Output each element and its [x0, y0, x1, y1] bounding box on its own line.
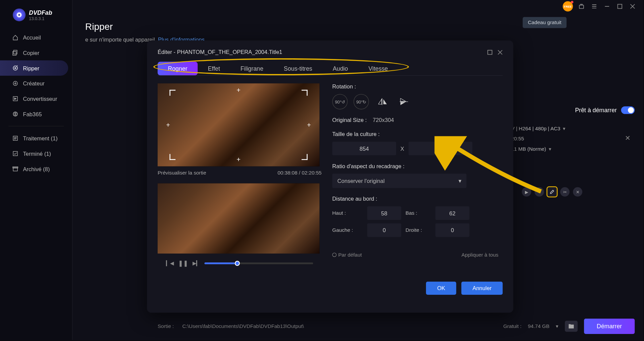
- edit-action-icon[interactable]: [547, 187, 557, 197]
- sidebar-item-convertisseur[interactable]: Convertisseur: [0, 91, 72, 107]
- rotation-label: Rotation :: [332, 83, 498, 90]
- ready-row: Prêt à démarrer: [575, 107, 635, 114]
- cancel-button[interactable]: Annuler: [462, 282, 503, 295]
- plugin-icon[interactable]: [577, 2, 586, 10]
- svg-rect-13: [579, 5, 584, 8]
- ok-button[interactable]: OK: [426, 282, 456, 295]
- start-button[interactable]: Démarrer: [584, 319, 635, 334]
- bottom-bar: Sortie : C:\Users\fab\Documents\DVDFab\D…: [158, 319, 635, 334]
- free-space-label: Gratuit :: [503, 323, 521, 329]
- codec-info: V | H264 | 480p | AC3 ▾: [511, 126, 635, 132]
- titlebar: FREE: [72, 0, 643, 13]
- prev-frame-icon[interactable]: ▎◀: [166, 260, 174, 266]
- rotate-right-icon[interactable]: 90°↻: [354, 94, 369, 110]
- nav-label: Terminé (1): [23, 150, 51, 157]
- browse-folder-icon[interactable]: [565, 321, 578, 332]
- tab-audio[interactable]: Audio: [323, 62, 358, 75]
- app-name: DVDFab: [29, 9, 52, 16]
- cut-action-icon[interactable]: ✂: [560, 187, 570, 197]
- creator-icon: [12, 80, 19, 87]
- chevron-down-icon[interactable]: ▾: [563, 126, 566, 132]
- modal-maximize-icon[interactable]: [487, 50, 492, 55]
- aspect-ratio-value: Conserver l'original: [337, 178, 385, 184]
- preview-label: Prévisualiser la sortie: [158, 170, 206, 176]
- chevron-down-icon[interactable]: ▾: [549, 146, 551, 152]
- modal-close-icon[interactable]: [497, 50, 502, 55]
- rotate-left-icon[interactable]: 90°↺: [332, 94, 348, 110]
- ready-toggle[interactable]: [621, 107, 635, 114]
- nav-label: Copier: [23, 50, 40, 56]
- chevron-down-icon[interactable]: ▾: [556, 323, 558, 329]
- close-window-icon[interactable]: [628, 2, 637, 10]
- sidebar-item-cr-ateur[interactable]: Créateur: [0, 76, 72, 91]
- app-logo: DVDFab 13.0.3.1: [0, 8, 72, 30]
- aspect-ratio-label: Ratio d'aspect du recadrage :: [332, 163, 498, 169]
- edit-modal: Éditer - PHANTOM_OF_THE_OPERA_2004.Title…: [147, 41, 513, 313]
- archive-icon: [12, 165, 19, 172]
- gift-tooltip: Cadeau gratuit: [523, 17, 567, 28]
- crop-overlay[interactable]: + + + +: [169, 90, 307, 160]
- remove-item-icon[interactable]: ✕: [625, 134, 631, 142]
- aspect-ratio-select[interactable]: Conserver l'original ▾: [332, 174, 467, 188]
- app-version: 13.0.3.1: [29, 16, 52, 21]
- converter-icon: [12, 95, 19, 102]
- tab-rogner[interactable]: Rogner: [158, 62, 198, 75]
- edge-top-input[interactable]: [367, 206, 401, 220]
- copy-icon: [12, 49, 19, 56]
- menu-icon[interactable]: [590, 2, 598, 10]
- next-frame-icon[interactable]: ▶▎: [193, 260, 200, 266]
- nav-label: Traitement (1): [23, 135, 58, 141]
- preview-timestamp: 00:38:08 / 02:20:55: [277, 170, 321, 176]
- nav-label: Archivé (8): [23, 166, 50, 172]
- edge-distance-label: Distance au bord :: [332, 196, 498, 202]
- sidebar-item-ripper[interactable]: Ripper: [0, 60, 68, 76]
- trim-action-icon[interactable]: [535, 187, 544, 197]
- tab-sous-titres[interactable]: Sous-titres: [274, 62, 323, 75]
- modal-tabs: RognerEffetFiligraneSous-titresAudioVite…: [158, 62, 503, 76]
- original-size-value: 720x304: [373, 117, 394, 123]
- free-badge-icon[interactable]: FREE: [563, 1, 573, 11]
- tab-vitesse[interactable]: Vitesse: [358, 62, 398, 75]
- output-path: C:\Users\fab\Documents\DVDFab\DVDFab13\O…: [182, 323, 304, 329]
- nav-label: Fab365: [23, 111, 42, 117]
- free-space-value: 94.74 GB: [528, 323, 549, 329]
- edge-left-input[interactable]: [367, 223, 401, 237]
- sidebar-item-copier[interactable]: Copier: [0, 45, 72, 61]
- minimize-icon[interactable]: [603, 2, 611, 10]
- done-icon: [12, 150, 19, 157]
- duration-info: 20:55: [511, 136, 635, 142]
- nav-label: Ripper: [23, 65, 40, 71]
- apply-all-link[interactable]: Appliquer à tous: [462, 252, 498, 258]
- pause-icon[interactable]: ❚❚: [178, 260, 188, 267]
- crop-width-input[interactable]: [332, 142, 396, 155]
- default-radio[interactable]: Par défaut: [332, 252, 362, 258]
- flip-vertical-icon[interactable]: [396, 94, 412, 110]
- fab365-icon: [12, 111, 19, 117]
- preview-with-crop[interactable]: + + + +: [158, 83, 320, 166]
- tab-effet[interactable]: Effet: [198, 62, 230, 75]
- nav-separator: [8, 126, 64, 126]
- delete-action-icon[interactable]: ✕: [573, 187, 582, 197]
- flip-horizontal-icon[interactable]: [375, 94, 390, 110]
- sidebar-item-traitement-1-[interactable]: Traitement (1): [0, 131, 72, 146]
- chevron-down-icon: ▾: [459, 178, 462, 184]
- play-action-icon[interactable]: ▶: [522, 187, 531, 197]
- crop-height-input[interactable]: [409, 142, 473, 155]
- edge-right-input[interactable]: [435, 223, 470, 237]
- sidebar-item-termin-1-[interactable]: Terminé (1): [0, 146, 72, 161]
- tab-filigrane[interactable]: Filigrane: [230, 62, 273, 75]
- edge-bottom-input[interactable]: [435, 206, 470, 220]
- page-sub-text: e sur n'importe quel appareil.: [85, 37, 158, 43]
- modal-title: Éditer - PHANTOM_OF_THE_OPERA_2004.Title…: [158, 49, 282, 55]
- original-size-label: Original Size :: [332, 117, 367, 123]
- logo-icon: [13, 8, 25, 21]
- home-icon: [12, 34, 19, 41]
- edge-left-label: Gauche :: [332, 227, 363, 233]
- x-separator: X: [400, 145, 404, 152]
- sidebar-item-archiv-8-[interactable]: Archivé (8): [0, 161, 72, 177]
- sidebar-item-fab365[interactable]: Fab365: [0, 107, 72, 122]
- maximize-icon[interactable]: [615, 2, 624, 10]
- sidebar-item-accueil[interactable]: Accueil: [0, 30, 72, 45]
- edge-top-label: Haut :: [332, 210, 363, 216]
- seek-slider[interactable]: [205, 263, 313, 264]
